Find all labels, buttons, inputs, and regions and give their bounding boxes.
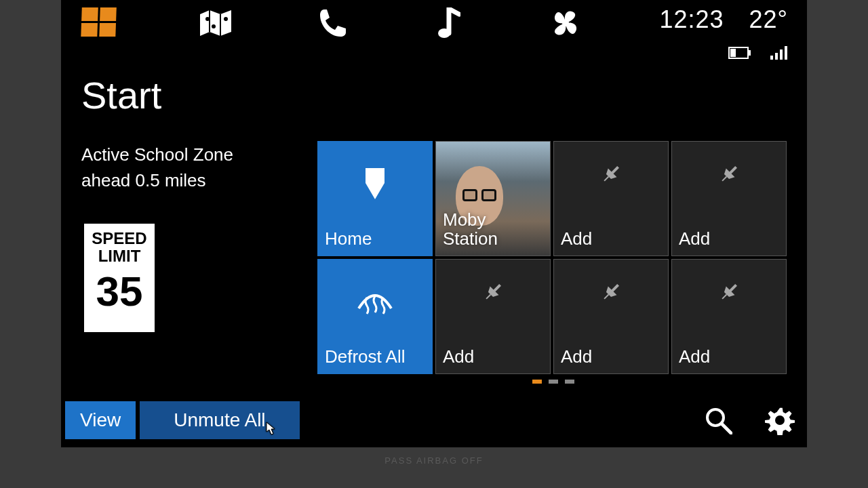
- svg-point-2: [212, 24, 216, 28]
- tile-label: Add: [679, 347, 710, 367]
- sign-value: 35: [96, 270, 143, 312]
- page-dot-active: [532, 380, 542, 384]
- page-dot: [549, 380, 558, 384]
- dashboard-footer-text: PASS AIRBAG OFF: [0, 455, 868, 466]
- svg-rect-6: [730, 49, 736, 57]
- svg-rect-11: [785, 46, 787, 60]
- tile-label: Add: [561, 347, 592, 367]
- svg-rect-10: [780, 49, 783, 60]
- svg-point-0: [205, 17, 210, 21]
- tile-label: Add: [679, 229, 710, 249]
- sign-text-2: LIMIT: [98, 247, 141, 266]
- tile-add[interactable]: Add: [671, 259, 787, 374]
- svg-rect-21: [722, 294, 727, 300]
- tile-add[interactable]: Add: [435, 259, 551, 374]
- nav-alert: Active School Zone ahead 0.5 miles: [81, 142, 233, 193]
- tile-add[interactable]: Add: [553, 259, 669, 374]
- temperature: 22°: [749, 5, 788, 33]
- tile-label: Home: [325, 229, 372, 249]
- top-nav: [81, 7, 583, 39]
- tile-defrost-all[interactable]: Defrost All: [317, 259, 433, 374]
- signal-icon: [770, 46, 788, 62]
- speed-limit-sign: SPEED LIMIT 35: [81, 221, 157, 335]
- svg-rect-8: [770, 56, 773, 60]
- fan-icon[interactable]: [548, 7, 583, 39]
- tile-label: Defrost All: [325, 347, 406, 367]
- alert-line-1: Active School Zone: [81, 142, 233, 168]
- pin-icon: [599, 281, 623, 306]
- tile-label: Add: [443, 347, 474, 367]
- location-marker-icon: [363, 167, 387, 203]
- svg-point-25: [775, 415, 785, 425]
- svg-rect-19: [604, 294, 609, 300]
- svg-point-1: [224, 17, 228, 21]
- search-icon[interactable]: [704, 406, 732, 437]
- windows-start-icon[interactable]: [81, 7, 117, 39]
- tile-add[interactable]: Add: [671, 141, 787, 256]
- svg-rect-17: [486, 294, 491, 300]
- tile-moby-station[interactable]: Moby Station: [435, 141, 551, 256]
- view-button[interactable]: View: [65, 401, 136, 439]
- phone-icon[interactable]: [315, 7, 350, 39]
- pin-icon: [599, 163, 623, 188]
- status-area: 12:23 22°: [659, 5, 788, 62]
- tile-add[interactable]: Add: [553, 141, 669, 256]
- svg-line-23: [722, 424, 731, 433]
- pin-icon: [717, 163, 741, 188]
- music-icon[interactable]: [431, 7, 467, 39]
- tile-home[interactable]: Home: [317, 141, 433, 256]
- svg-rect-9: [775, 53, 778, 60]
- svg-rect-13: [604, 176, 609, 182]
- bottom-button-bar: View Unmute All: [65, 401, 300, 439]
- tile-grid: Home Moby Station Add Add: [317, 141, 787, 374]
- tile-label: Add: [561, 229, 592, 249]
- svg-rect-7: [749, 50, 751, 56]
- page-dot: [565, 380, 574, 384]
- alert-line-2: ahead 0.5 miles: [81, 168, 233, 194]
- pin-icon: [717, 281, 741, 306]
- defrost-icon: [356, 288, 394, 318]
- tile-label: Moby Station: [443, 210, 498, 249]
- pin-icon: [481, 281, 505, 306]
- sign-text-1: SPEED: [92, 230, 146, 247]
- settings-gear-icon[interactable]: [765, 405, 795, 438]
- page-title: Start: [81, 73, 161, 117]
- page-indicator: [317, 380, 789, 384]
- clock-time: 12:23: [659, 5, 724, 33]
- map-icon[interactable]: [198, 7, 233, 39]
- windows-logo: [81, 7, 117, 39]
- unmute-all-button[interactable]: Unmute All: [140, 401, 299, 439]
- battery-icon: [728, 47, 751, 62]
- svg-rect-15: [722, 176, 727, 182]
